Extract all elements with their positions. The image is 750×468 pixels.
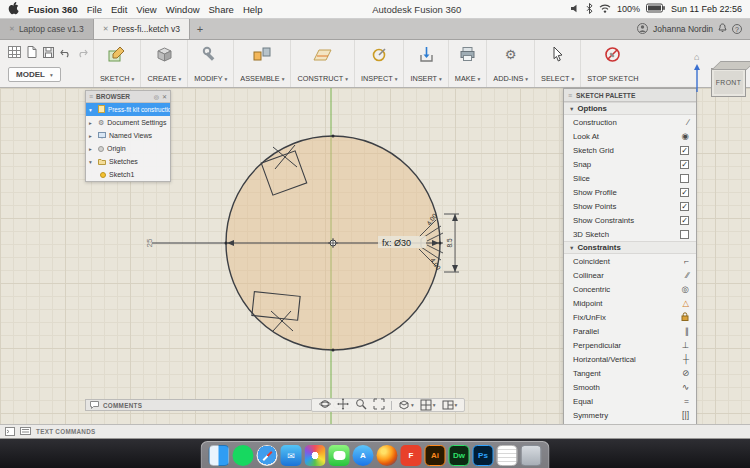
browser-item-named-views[interactable]: ▸ Named Views xyxy=(86,129,170,142)
dock-item-finder[interactable] xyxy=(209,445,230,466)
save-icon[interactable] xyxy=(43,44,54,62)
wifi-icon[interactable] xyxy=(599,3,611,15)
tab-press-fit-sketch[interactable]: ✕ Press-fi...ketch v3 xyxy=(94,19,190,39)
browser-item-sketches[interactable]: ▾ Sketches xyxy=(86,155,170,168)
pan-icon[interactable] xyxy=(337,396,349,414)
dock-item-mail[interactable]: ✉ xyxy=(281,445,302,466)
browser-item-document-settings[interactable]: ▸ ⚙ Document Settings xyxy=(86,116,170,129)
close-icon[interactable]: ✕ xyxy=(9,25,15,33)
option-snap[interactable]: Snap✓ xyxy=(564,157,696,171)
menu-edit[interactable]: Edit xyxy=(111,4,127,15)
caret-right-icon[interactable]: ▸ xyxy=(89,120,95,126)
palette-header[interactable]: ≡ SKETCH PALETTE xyxy=(564,89,696,102)
orbit-icon[interactable] xyxy=(319,396,331,414)
bluetooth-icon[interactable] xyxy=(586,3,593,16)
option-show-points[interactable]: Show Points✓ xyxy=(564,199,696,213)
browser-item-origin[interactable]: ▸ Origin xyxy=(86,142,170,155)
toolbar-group-stop-sketch[interactable]: STOP SKETCH xyxy=(580,40,644,87)
viewport-layout-dropdown[interactable]: ▾ xyxy=(442,399,458,411)
home-view-icon[interactable]: ⌂ xyxy=(694,52,699,62)
construction-line-icon[interactable]: ∕ xyxy=(688,117,689,127)
toolbar-group-sketch[interactable]: SKETCH▾ xyxy=(93,40,140,87)
close-icon[interactable]: ✕ xyxy=(103,25,109,33)
dock-item-textedit[interactable] xyxy=(497,445,518,466)
constraint-tangent[interactable]: Tangent⊘ xyxy=(564,366,696,380)
dock-item-app-store[interactable]: A xyxy=(353,445,374,466)
data-panel-icon[interactable] xyxy=(8,44,21,62)
toolbar-group-create[interactable]: CREATE▾ xyxy=(140,40,187,87)
dock-item-photoshop[interactable]: Ps xyxy=(473,445,494,466)
option-show-profile[interactable]: Show Profile✓ xyxy=(564,185,696,199)
constraint-parallel[interactable]: Parallel∥ xyxy=(564,324,696,338)
sketch-grid-checkbox[interactable]: ✓ xyxy=(680,146,689,155)
volume-icon[interactable] xyxy=(571,4,580,15)
toolbar-group-modify[interactable]: MODIFY▾ xyxy=(187,40,233,87)
show-constraints-checkbox[interactable]: ✓ xyxy=(680,216,689,225)
menu-file[interactable]: File xyxy=(87,4,102,15)
constraint-horizontal-vertical[interactable]: Horizontal/Vertical┼ xyxy=(564,352,696,366)
menu-app-name[interactable]: Fusion 360 xyxy=(28,4,78,15)
dock-item-photos[interactable] xyxy=(305,445,326,466)
browser-item-sketch1[interactable]: Sketch1 xyxy=(86,168,170,181)
browser-root-component[interactable]: ▾ Press-fit kit construction sk... xyxy=(86,103,170,116)
fit-icon[interactable] xyxy=(373,396,385,414)
caret-right-icon[interactable]: ▸ xyxy=(89,133,95,139)
constraint-perpendicular[interactable]: Perpendicular⊥ xyxy=(564,338,696,352)
menu-view[interactable]: View xyxy=(136,4,156,15)
toolbar-group-construct[interactable]: CONSTRUCT▾ xyxy=(290,40,354,87)
snap-checkbox[interactable]: ✓ xyxy=(680,160,689,169)
constraint-coincident[interactable]: Coincident⌐ xyxy=(564,254,696,268)
dock-item-trash[interactable] xyxy=(521,445,542,466)
look-at-icon[interactable]: ◉ xyxy=(682,131,689,141)
constraint-midpoint[interactable]: Midpoint△ xyxy=(564,296,696,310)
option-sketch-grid[interactable]: Sketch Grid✓ xyxy=(564,143,696,157)
dock-item-safari[interactable] xyxy=(257,445,278,466)
close-icon[interactable]: ✕ xyxy=(162,93,167,100)
caret-down-icon[interactable]: ▾ xyxy=(89,159,95,165)
dock-item-firefox[interactable] xyxy=(377,445,398,466)
caret-down-icon[interactable]: ▾ xyxy=(89,107,95,113)
show-points-checkbox[interactable]: ✓ xyxy=(680,202,689,211)
browser-pin-icon[interactable]: ◎ xyxy=(154,93,159,100)
undo-icon[interactable] xyxy=(60,44,71,62)
3d-sketch-checkbox[interactable] xyxy=(680,230,689,239)
toolbar-group-insert[interactable]: INSERT▾ xyxy=(403,40,447,87)
menu-help[interactable]: Help xyxy=(243,4,263,15)
toolbar-group-make[interactable]: MAKE▾ xyxy=(448,40,486,87)
option-show-constraints[interactable]: Show Constraints✓ xyxy=(564,213,696,227)
option-look-at[interactable]: Look At◉ xyxy=(564,129,696,143)
user-name[interactable]: Johanna Nordin xyxy=(653,24,713,34)
new-tab-button[interactable]: + xyxy=(190,19,210,39)
option-slice[interactable]: Slice xyxy=(564,171,696,185)
constraints-section-header[interactable]: ▼ Constraints xyxy=(564,241,696,254)
file-icon[interactable] xyxy=(27,44,37,62)
menu-clock[interactable]: Sun 11 Feb 22:56 xyxy=(671,4,742,14)
toolbar-group-inspect[interactable]: INSPECT▾ xyxy=(354,40,403,87)
menu-share[interactable]: Share xyxy=(209,4,234,15)
zoom-icon[interactable] xyxy=(355,396,367,414)
constraint-smooth[interactable]: Smooth∿ xyxy=(564,380,696,394)
workspace-switcher[interactable]: MODEL ▾ xyxy=(8,67,61,82)
constraint-fix-unfix[interactable]: Fix/UnFix xyxy=(564,310,696,324)
dock-item-dreamweaver[interactable]: Dw xyxy=(449,445,470,466)
constraint-concentric[interactable]: Concentric◎ xyxy=(564,282,696,296)
display-settings-dropdown[interactable]: ▾ xyxy=(398,399,414,411)
slot-dimension-c[interactable]: 8.5 xyxy=(446,238,453,247)
dock-item-spotify[interactable] xyxy=(233,445,254,466)
keyboard-icon[interactable] xyxy=(20,427,31,436)
menu-window[interactable]: Window xyxy=(166,4,200,15)
slice-checkbox[interactable] xyxy=(680,174,689,183)
show-profile-checkbox[interactable]: ✓ xyxy=(680,188,689,197)
dock-item-f-app[interactable]: F xyxy=(401,445,422,466)
dock-item-messages[interactable] xyxy=(329,445,350,466)
help-icon[interactable]: ? xyxy=(732,24,742,34)
constraint-equal[interactable]: Equal= xyxy=(564,394,696,408)
notification-bell-icon[interactable] xyxy=(718,23,727,35)
tab-laptop-case[interactable]: ✕ Laptop case v1.3 xyxy=(0,19,94,39)
user-avatar-icon[interactable] xyxy=(637,23,648,36)
constraint-collinear[interactable]: Collinear∕∕ xyxy=(564,268,696,282)
redo-icon[interactable] xyxy=(77,44,88,62)
constraint-symmetry[interactable]: Symmetry[|] xyxy=(564,408,696,422)
option-construction[interactable]: Construction∕ xyxy=(564,115,696,129)
visibility-bulb-icon[interactable] xyxy=(100,172,106,178)
